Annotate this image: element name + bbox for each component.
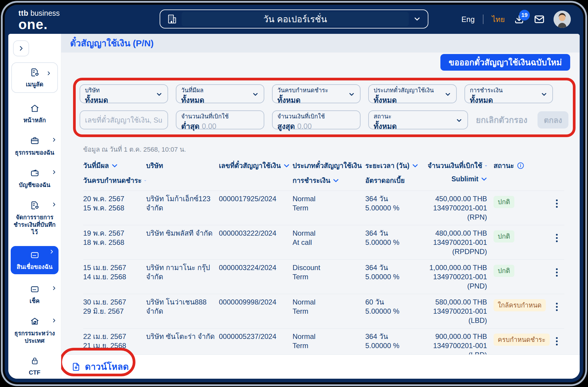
amount-min-prefix: ต่ำสุด [181, 122, 200, 130]
effective-date: 20 พ.ค. 2567 [83, 194, 146, 203]
new-pn-request-button[interactable]: ขอออกตั๋วสัญญาใช้เงินฉบับใหม่ [440, 54, 570, 71]
filter-label: บริษัท [85, 87, 154, 93]
amount-max-prefix: สูงสุด [277, 122, 295, 130]
sidebar-item-cheque[interactable]: เช็ค [8, 283, 61, 307]
sort-effective-date[interactable]: วันที่มีผล [83, 160, 146, 171]
download-button[interactable]: ดาวน์โหลด [71, 360, 129, 374]
filter-value: ทั้งหมด [181, 94, 251, 106]
sidebar-item-international[interactable]: ธุรกรรมระหว่างประเทศ [8, 315, 61, 346]
sort-term[interactable]: ระยะเวลา (วัน) [365, 160, 428, 171]
chevron-right-icon [51, 202, 57, 207]
drawdown-amount: 450,000.00 THB [428, 194, 487, 203]
mail-icon [534, 14, 545, 25]
sort-payment[interactable]: การชำระเงิน [293, 175, 365, 186]
sort-amount[interactable]: จำนวนเงินที่เบิกใช้ [428, 160, 487, 171]
credit-card-icon [30, 250, 39, 260]
amount-min-input[interactable]: จำนวนเงินที่เบิกใช้ ต่ำสุด0.00 [176, 110, 264, 129]
table-header: วันที่มีผล วันครบกำหนดชำระ บริษัท เลขที่… [83, 160, 564, 191]
info-icon[interactable] [517, 162, 524, 169]
sidebar-expand-button[interactable] [13, 40, 29, 56]
sidebar-item-ctf[interactable]: CTF [8, 355, 61, 378]
language-thai[interactable]: ไทย [492, 13, 505, 25]
filter-dropdown[interactable]: ประเภทตั๋วสัญญาใช้เงิน ทั้งหมด [368, 84, 457, 103]
sidebar-item-label: สินเชื่อของฉัน [13, 263, 56, 271]
header-label: สถานะ [494, 160, 514, 171]
payment-method: Term [293, 272, 365, 281]
sidebar-item-my-transactions[interactable]: ธุรกรรมของฉัน [8, 134, 61, 158]
pn-type: Normal [293, 297, 365, 307]
header-label: ประเภทตั๋วสัญญาใช้เงิน [293, 160, 362, 171]
app-window: ttb business one. วัน คอเปอร์เรชั่น [5, 5, 583, 382]
user-avatar[interactable] [554, 11, 571, 28]
sidebar-item-label: ธุรกรรมระหว่างประเทศ [11, 330, 59, 345]
sort-chevron-icon [412, 164, 418, 168]
row-actions-menu[interactable] [549, 234, 564, 242]
filter-value: ทั้งหมด [85, 94, 154, 106]
filter-value: ทั้งหมด [470, 94, 539, 106]
sidebar-item-label: CTF [11, 369, 59, 376]
page-header: ตั๋วสัญญาใช้เงิน (P/N) [61, 34, 580, 53]
company-selector[interactable]: วัน คอเปอร์เรชั่น [160, 9, 429, 28]
effective-date: 22 เม.ย. 2567 [83, 332, 146, 341]
sort-chevron-icon [481, 177, 487, 181]
status-filter-dropdown[interactable]: สถานะ ทั้งหมด [368, 110, 468, 129]
chevron-right-icon [51, 137, 57, 142]
sidebar-item-home[interactable]: หน้าหลัก [8, 102, 61, 126]
chevron-down-icon [413, 15, 421, 23]
apply-filters-button[interactable]: ตกลง [538, 111, 568, 129]
due-date: 15 พ.ค. 2568 [83, 203, 146, 212]
sort-pn-number[interactable]: เลขที่ตั๋วสัญญาใช้เงิน [219, 160, 293, 171]
header-label: จำนวนเงินที่เบิกใช้ [428, 160, 482, 171]
chevron-down-icon [456, 117, 463, 124]
logo-brand: ttb [18, 9, 28, 17]
sidebar-item-saved-payments[interactable]: จัดการรายการชำระเงินที่บันทึกไว้ [8, 199, 61, 238]
header-label: ระยะเวลา (วัน) [365, 160, 410, 171]
row-actions-menu[interactable] [549, 337, 564, 345]
pn-table: วันที่มีผล วันครบกำหนดชำระ บริษัท เลขที่… [83, 160, 564, 379]
page-title: ตั๋วสัญญาใช้เงิน (P/N) [70, 36, 154, 50]
filter-label: วันครบกำหนดชำระ [277, 87, 347, 93]
filter-panel: บริษัท ทั้งหมด วันที่มีผล ทั้งหมด [80, 84, 570, 129]
sort-pn-type[interactable]: ประเภทตั๋วสัญญาใช้เงิน [293, 160, 365, 171]
pn-number-input[interactable]: เลขที่ตั๋วสัญญาใช้เงิน, Su... [80, 110, 168, 129]
sublimit-account: 1349700201-001 (RPN) [428, 203, 487, 222]
table-row: 19 พ.ค. 256718 พ.ค. 2568 บริษัท ซิมพลัสท… [83, 225, 564, 259]
filter-value: ทั้งหมด [374, 120, 454, 132]
sidebar-item-label: บัญชีของฉัน [11, 181, 59, 189]
interest-rate: 5.00000 % [365, 307, 428, 316]
header-label: บริษัท [146, 160, 163, 171]
sidebar-item-shortcut-menu[interactable]: เมนูลัด [14, 68, 56, 88]
sidebar-item-my-loans[interactable]: สินเชื่อของฉัน [11, 246, 59, 274]
sort-due-date[interactable]: วันครบกำหนดชำระ [83, 175, 146, 186]
pn-type: Normal [293, 332, 365, 341]
sidebar-item-my-accounts[interactable]: บัญชีของฉัน [8, 166, 61, 191]
chevron-right-icon [49, 249, 54, 254]
chevron-right-icon [51, 318, 57, 323]
filter-value: ทั้งหมด [277, 94, 347, 106]
sublimit-account: 1349700201-001 (PND) [428, 272, 487, 291]
clear-filters-button[interactable]: ยกเลิกตัวกรอง [476, 113, 527, 126]
row-actions-menu[interactable] [549, 268, 564, 277]
messages-button[interactable] [533, 13, 545, 25]
filter-dropdown[interactable]: บริษัท ทั้งหมด [80, 84, 168, 103]
filter-dropdown[interactable]: วันที่มีผล ทั้งหมด [176, 84, 264, 103]
language-english[interactable]: Eng [461, 15, 475, 24]
row-actions-menu[interactable] [549, 303, 564, 311]
download-center-button[interactable]: 19 [513, 13, 525, 25]
filter-label: ประเภทตั๋วสัญญาใช้เงิน [374, 87, 443, 93]
download-label: ดาวน์โหลด [85, 360, 129, 374]
filter-dropdown[interactable]: วันครบกำหนดชำระ ทั้งหมด [272, 84, 361, 103]
payment-method: Term [293, 307, 365, 316]
pn-type: Normal [293, 229, 365, 238]
company-name: บริษัท โมก้าเอ็กซ์123 จำกัด [146, 194, 219, 212]
building-icon [167, 14, 178, 24]
table-footer: ดาวน์โหลด [61, 354, 580, 379]
row-actions-menu[interactable] [549, 199, 564, 208]
sort-sublimit[interactable]: Sublimit [428, 175, 487, 183]
filter-dropdown[interactable]: การชำระเงิน ทั้งหมด [464, 84, 553, 103]
term-days: 364 วัน [365, 194, 428, 203]
drawdown-amount: 480,000.00 THB [428, 229, 487, 238]
header-label: เลขที่ตั๋วสัญญาใช้เงิน [219, 160, 281, 171]
pn-number: 0000003222/2024 [219, 229, 293, 238]
amount-max-input[interactable]: จำนวนเงินที่เบิกใช้ สูงสุด0.00 [272, 110, 361, 129]
